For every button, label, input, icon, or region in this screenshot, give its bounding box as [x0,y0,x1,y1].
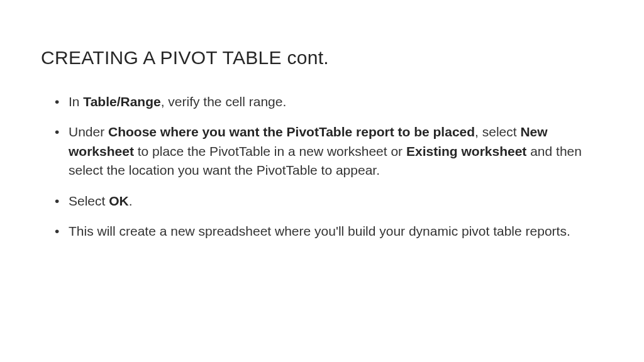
list-item: In Table/Range, verify the cell range. [55,92,603,111]
bold-text: OK [109,194,129,208]
body-text: This will create a new spreadsheet where… [69,224,570,238]
bullet-list: In Table/Range, verify the cell range. U… [41,92,603,241]
body-text: Under [69,124,108,139]
bold-text: Table/Range [83,94,160,109]
body-text: , select [475,124,520,139]
bold-text: Choose where you want the PivotTable rep… [108,124,475,139]
list-item: This will create a new spreadsheet where… [55,222,603,241]
body-text: to place the PivotTable in a new workshe… [134,144,406,158]
slide-title: CREATING A PIVOT TABLE cont. [41,47,603,69]
body-text: Select [69,194,109,208]
bold-text: Existing worksheet [406,144,526,158]
body-text: , verify the cell range. [161,94,287,109]
list-item: Under Choose where you want the PivotTab… [55,123,603,180]
body-text: . [129,194,133,208]
list-item: Select OK. [55,192,603,211]
body-text: In [69,94,83,109]
